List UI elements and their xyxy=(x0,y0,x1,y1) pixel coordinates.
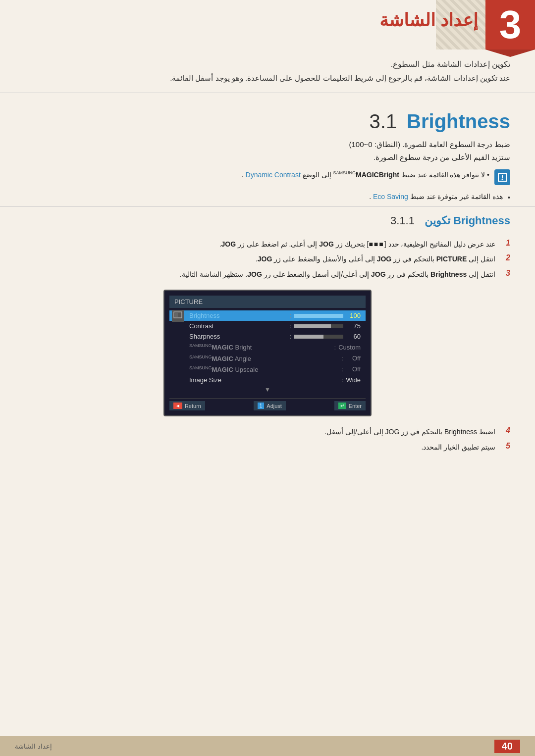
monitor-row-magic-upscale: SAMSUNGMAGIC Upscale : Off xyxy=(169,364,366,375)
header-desc: عند تكوين إعدادات الشاشة، قم بالرجوع إلى… xyxy=(0,71,535,93)
magic-bright-sep: : xyxy=(334,344,336,351)
image-size-value: Wide xyxy=(346,376,361,384)
adjust-icon: 1 xyxy=(258,403,265,409)
note-dynamic: Dynamic Contrast xyxy=(246,171,301,179)
contrast-bar-fill xyxy=(294,324,331,328)
adjust-label: Adjust xyxy=(267,403,282,409)
sharpness-bar-bg xyxy=(294,335,343,339)
monitor-row-magic-bright: SAMSUNGMAGIC Bright : Custom xyxy=(169,342,366,353)
section-heading: 3.1 Brightness xyxy=(0,103,535,140)
return-icon: ◄ xyxy=(173,403,182,409)
monitor-return-btn: ◄ Return xyxy=(169,401,205,410)
chapter-block: إعداد الشاشة 3 xyxy=(370,0,535,50)
magic-upscale-sep: : xyxy=(341,365,343,373)
monitor-row-sharpness: Sharpness : 60 xyxy=(169,331,366,342)
contrast-bar-bg xyxy=(294,324,343,328)
step-number-4: 4 xyxy=(500,426,510,435)
sharpness-bar-container: 60 xyxy=(294,333,361,340)
step-number-3: 3 xyxy=(500,269,510,278)
monitor-row-contrast: Contrast : 75 xyxy=(169,321,366,331)
step-text-1: عند عرض دليل المفاتيح الوظيفية، حدد [■■■… xyxy=(219,239,495,250)
step-number-1: 1 xyxy=(500,239,510,248)
subsection-title: تكوين Brightness xyxy=(425,214,510,227)
section-title: Brightness xyxy=(407,110,510,133)
monitor-row-brightness: Brightness : 100 xyxy=(169,310,366,321)
svg-point-2 xyxy=(502,179,503,180)
brightness-bar-fill xyxy=(294,314,343,318)
monitor-adjust-btn: 1 Adjust xyxy=(254,401,286,410)
note-main: لا تتوافر هذه القائمة عند ضبط xyxy=(401,171,485,179)
note-text: • لا تتوافر هذه القائمة عند ضبط SAMSUNGM… xyxy=(40,169,489,180)
monitor-container: PICTURE Brightness : 100 Contrast : xyxy=(0,290,535,416)
step-text-2: انتقل إلى PICTURE بالتحكم في زر JOG إلى … xyxy=(256,253,495,264)
bullet-main: هذه القائمة غير متوفرة عند ضبط xyxy=(410,193,503,201)
magic-bright-label: SAMSUNGMAGIC Bright xyxy=(174,343,332,351)
monitor-row-image-size: Image Size : Wide xyxy=(169,375,366,385)
magic-upscale-value: Off xyxy=(346,365,361,373)
bullet-suffix: . xyxy=(369,193,371,201)
footer-chapter-text: إعداد الشاشة xyxy=(15,743,52,750)
picture-icon xyxy=(173,311,182,320)
step-number-2: 2 xyxy=(500,253,510,262)
note-samsung-brand: SAMSUNG xyxy=(333,170,356,175)
contrast-value: 75 xyxy=(346,322,361,330)
step-4: 4 اضبط Brightness بالتحكم في زر JOG إلى … xyxy=(40,426,510,437)
note-block: • لا تتوافر هذه القائمة عند ضبط SAMSUNGM… xyxy=(40,169,510,185)
sharpness-label: Sharpness xyxy=(174,333,287,340)
step-2: 2 انتقل إلى PICTURE بالتحكم في زر JOG إل… xyxy=(40,253,510,264)
magic-angle-sep: : xyxy=(341,354,343,362)
enter-label: Enter xyxy=(349,403,362,409)
brightness-value: 100 xyxy=(346,312,361,319)
subsection-number: 3.1.1 xyxy=(390,214,415,227)
magic-bright-value: Custom xyxy=(338,344,361,351)
enter-icon: ↵ xyxy=(338,403,346,409)
more-indicator: ▼ xyxy=(169,385,366,394)
sharpness-sep: : xyxy=(289,333,291,340)
steps-area-continued: 4 اضبط Brightness بالتحكم في زر JOG إلى … xyxy=(0,426,535,453)
contrast-bar-container: 75 xyxy=(294,322,361,330)
step-1: 1 عند عرض دليل المفاتيح الوظيفية، حدد [■… xyxy=(40,239,510,250)
step-text-4: اضبط Brightness بالتحكم في زر JOG إلى أع… xyxy=(324,426,495,437)
note-icon xyxy=(494,169,510,185)
brightness-bar-container: 100 xyxy=(294,312,361,319)
header-subtitle: تكوين إعدادات الشاشة مثل السطوع. xyxy=(0,54,535,71)
steps-area: 1 عند عرض دليل المفاتيح الوظيفية، حدد [■… xyxy=(0,239,535,280)
warning-icon xyxy=(497,172,507,182)
brightness-desc1: ضبط درجة السطوع العامة للصورة. (النطاق: … xyxy=(40,140,510,149)
sharpness-bar-fill xyxy=(294,335,323,339)
monitor-row-magic-angle: SAMSUNGMAGIC Angle : Off xyxy=(169,353,366,364)
step-text-5: سيتم تطبيق الخيار المحدد. xyxy=(421,442,495,453)
note-bullet: • xyxy=(485,171,489,179)
step-3: 3 انتقل إلى Brightness بالتحكم في زر JOG… xyxy=(40,269,510,280)
monitor-screen: PICTURE Brightness : 100 Contrast : xyxy=(163,290,372,416)
subsection-heading: 3.1.1 تكوين Brightness xyxy=(0,206,535,235)
contrast-label: Contrast xyxy=(174,322,287,330)
monitor-footer: ◄ Return 1 Adjust ↵ Enter xyxy=(169,398,366,410)
chapter-title: إعداد الشاشة xyxy=(370,0,485,50)
brightness-desc2: ستزيد القيم الأعلى من درجة سطوع الصورة. xyxy=(40,153,510,162)
note-magic-bright: MAGICBright xyxy=(356,171,399,179)
page-header: إعداد الشاشة 3 xyxy=(0,0,535,50)
step-text-3: انتقل إلى Brightness بالتحكم في زر JOG إ… xyxy=(180,269,495,280)
monitor-header: PICTURE xyxy=(169,296,366,308)
image-size-sep: : xyxy=(341,376,343,384)
monitor-icon xyxy=(172,310,184,322)
chapter-number: 3 xyxy=(485,0,535,50)
note-dot: . xyxy=(242,171,244,179)
brightness-sep: : xyxy=(289,312,291,319)
bullet-item-1: • هذه القائمة غير متوفرة عند ضبط Eco Sav… xyxy=(59,193,510,202)
bullet-text-1: هذه القائمة غير متوفرة عند ضبط Eco Savin… xyxy=(369,193,503,201)
bullet-dot: • xyxy=(508,194,510,202)
image-size-label: Image Size xyxy=(174,376,339,384)
bullet-eco: Eco Saving xyxy=(373,193,408,201)
magic-angle-value: Off xyxy=(346,354,361,362)
page-footer: إعداد الشاشة 40 xyxy=(0,736,535,756)
note-suffix: إلى الوضع xyxy=(303,171,331,179)
monitor-enter-btn: ↵ Enter xyxy=(334,401,366,410)
magic-upscale-label: SAMSUNGMAGIC Upscale xyxy=(174,365,339,373)
contrast-sep: : xyxy=(289,322,291,330)
svg-rect-4 xyxy=(175,313,178,317)
step-5: 5 سيتم تطبيق الخيار المحدد. xyxy=(40,442,510,453)
section-number: 3.1 xyxy=(369,110,397,133)
sharpness-value: 60 xyxy=(346,333,361,340)
